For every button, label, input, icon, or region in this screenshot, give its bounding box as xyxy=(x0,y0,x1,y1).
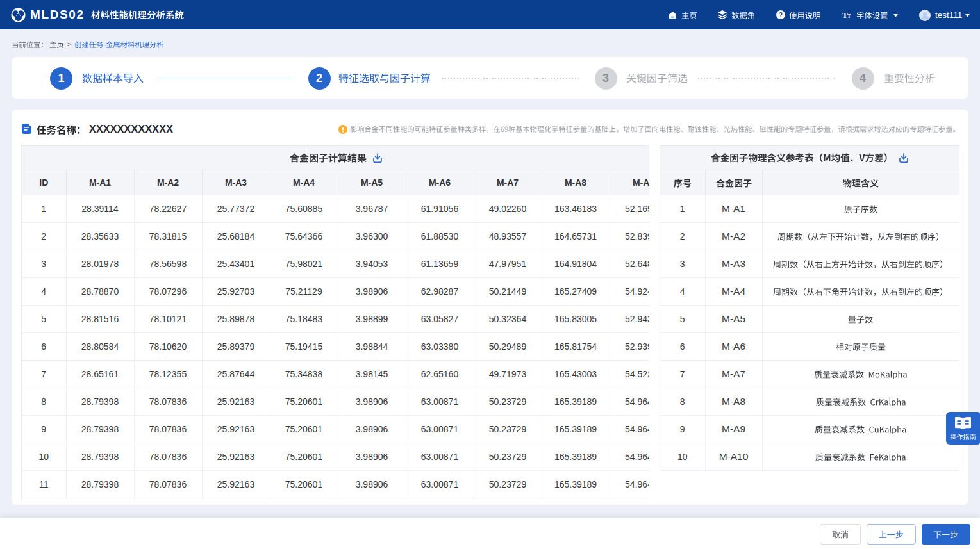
svg-text:?: ? xyxy=(779,12,783,19)
svg-text:T: T xyxy=(847,13,851,19)
